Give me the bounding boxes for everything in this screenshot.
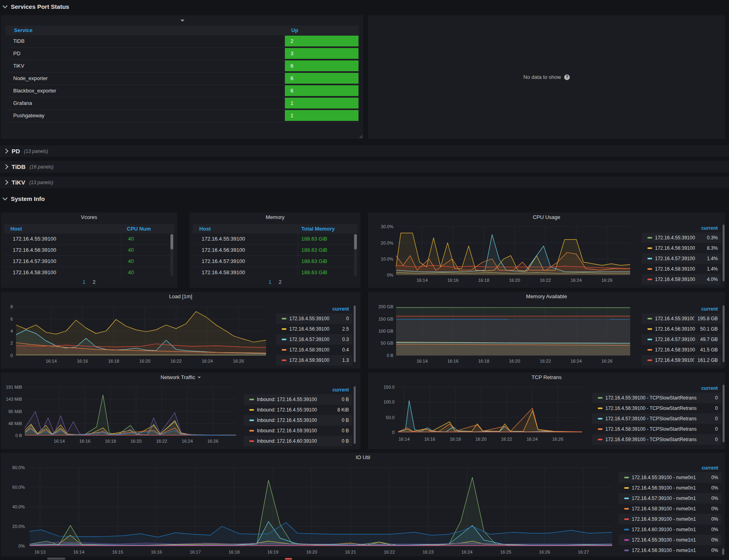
legend-value: 0 (715, 405, 718, 411)
series-color-dash (282, 318, 286, 319)
chart-plot: 80.0%60.0%40.0%20.0%0%16:1316:1416:1516:… (1, 453, 725, 556)
legend-item[interactable]: 172.16.4.57:3910049.7 GB (642, 334, 721, 345)
legend-item[interactable]: 172.16.4.56:39100 - nvme0n10% (619, 483, 721, 493)
svg-text:16:24: 16:24 (571, 278, 582, 283)
svg-text:16:24: 16:24 (527, 437, 538, 442)
legend-item[interactable]: 172.16.4.59:39100161.2 GB (642, 355, 721, 365)
legend-item[interactable]: Inbound: 172.16.4.55:391008 KiB (244, 405, 352, 415)
legend-item[interactable]: 172.16.4.55:391000 (276, 313, 352, 324)
services-port-status-panel: Service Up TiDB2PD3TiKV6Node_exporter6Bl… (1, 15, 363, 139)
row-header-services-port-status[interactable]: Services Port Status (0, 1, 69, 12)
row-header-tidb[interactable]: TiDB (16 panels) (0, 161, 729, 173)
column-header-host[interactable]: Host (199, 224, 211, 233)
legend-item[interactable]: 172.16.4.58:391001.4% (642, 264, 721, 274)
legend-item[interactable]: 172.16.4.59:391004.0% (642, 274, 721, 285)
legend-item[interactable]: 172.16.4.58:391000.4 (276, 345, 352, 355)
page-button[interactable]: 1 (82, 279, 85, 285)
legend-scrollbar[interactable] (354, 386, 356, 444)
legend-item[interactable]: Inbound: 172.16.4.59:391000 B (244, 426, 352, 436)
page-button[interactable]: 2 (93, 279, 96, 285)
table-row: 172.16.4.58:3910040 (4, 267, 174, 276)
legend-item[interactable]: 172.16.4.59:39100 - TCPSlowStartRetrans0 (592, 434, 721, 445)
scrollbar-thumb[interactable] (170, 234, 173, 249)
service-name-cell: TiKV (6, 63, 24, 69)
services-table-body: TiDB2PD3TiKV6Node_exporter6Blackbox_expo… (6, 35, 358, 122)
up-value-cell: 1 (285, 110, 358, 121)
legend-scrollbar[interactable] (723, 305, 725, 362)
series-color-dash (647, 328, 652, 330)
legend-item[interactable]: 172.16.4.56:3910050.1 GB (642, 324, 721, 334)
table-row: 172.16.4.55:39100188.63 GiB (193, 233, 357, 245)
column-header-host[interactable]: Host (10, 224, 22, 233)
svg-text:16:20: 16:20 (130, 439, 142, 444)
chevron-right-icon (3, 180, 8, 185)
legend-item[interactable]: 172.16.4.57:391001.4% (642, 253, 721, 264)
legend-scrollbar[interactable] (354, 305, 356, 362)
legend-item[interactable]: 172.16.4.55:39100 - nvme1n10% (619, 535, 721, 545)
legend-label: 172.16.4.55:39100 (655, 235, 704, 241)
legend-item[interactable]: 172.16.4.60:39100 - nvme0n10% (619, 524, 721, 535)
page-button[interactable]: 1 (268, 279, 271, 285)
legend-item[interactable]: 172.16.4.59:39100 - nvme0n10% (619, 514, 721, 524)
legend-item[interactable]: 172.16.4.58:39100 - TCPSlowStartRetrans0 (592, 424, 721, 434)
legend-item[interactable]: 172.16.4.55:39100 - TCPSlowStartRetrans0 (592, 393, 721, 403)
legend-item[interactable]: 172.16.4.55:39100195.8 GB (642, 313, 721, 324)
svg-text:16:22: 16:22 (156, 439, 167, 444)
legend-item[interactable]: Inbound: 172.16.4.55:391000 B (244, 394, 352, 405)
legend-item[interactable]: Inbound: 172.16.4.60:391000 B (244, 436, 352, 446)
legend-item[interactable]: 172.16.4.55:391000.3% (642, 233, 721, 243)
scrollbar-thumb[interactable] (354, 234, 357, 249)
legend-item[interactable]: 172.16.4.56:391002.5 (276, 324, 352, 334)
table-scrollbar[interactable] (170, 234, 173, 276)
up-value-cell: 6 (285, 60, 358, 71)
panel-title[interactable]: Memory (190, 214, 360, 221)
help-icon[interactable]: ? (564, 74, 570, 80)
svg-text:16:22: 16:22 (540, 278, 551, 283)
legend-label: 172.16.4.57:39100 (655, 256, 704, 261)
legend-label: 172.16.4.55:39100 - TCPSlowStartRetrans (605, 395, 712, 401)
legend-label: Inbound: 172.16.4.59:39100 (257, 428, 338, 434)
table-scrollbar[interactable] (354, 234, 357, 276)
legend-item[interactable]: 172.16.4.58:39100 - nvme0n10% (619, 504, 721, 514)
series-color-dash (647, 359, 652, 361)
legend-item[interactable]: 172.16.4.57:391000.3 (276, 334, 352, 345)
row-header-system-info[interactable]: System Info (0, 193, 45, 204)
legend-item[interactable]: 172.16.4.57:39100 - nvme0n10% (619, 493, 721, 504)
chart-legend: current172.16.4.55:391000172.16.4.56:391… (276, 305, 352, 365)
legend-item[interactable]: 172.16.4.59:391001.3 (276, 355, 352, 365)
svg-text:16:14: 16:14 (417, 359, 428, 363)
legend-item[interactable]: 172.16.4.55:39100 - nvme0n10% (619, 472, 721, 483)
legend-item[interactable]: Inbound: 172.16.4.55:391000 B (244, 415, 352, 426)
svg-text:16:20: 16:20 (509, 359, 520, 363)
panel-title[interactable]: Vcores (1, 214, 177, 221)
legend-item[interactable]: 172.16.4.56:39100 - nvme1n10% (619, 545, 721, 556)
column-header-up[interactable]: Up (291, 26, 298, 35)
svg-text:20.0%: 20.0% (381, 241, 393, 245)
svg-text:16:18: 16:18 (108, 359, 119, 363)
legend-item[interactable]: 172.16.4.57:39100 - TCPSlowStartRetrans0 (592, 413, 721, 424)
column-header-total-memory[interactable]: Total Memory (301, 224, 335, 233)
svg-text:100 GB: 100 GB (379, 329, 393, 333)
legend-value: 0 B (342, 428, 349, 434)
column-header-service[interactable]: Service (14, 26, 32, 35)
legend-item[interactable]: 172.16.4.58:3910041.5 GB (642, 345, 721, 355)
column-header-cpu-num[interactable]: CPU Num (127, 224, 151, 233)
svg-text:16:20: 16:20 (509, 278, 520, 283)
row-header-pd[interactable]: PD (13 panels) (0, 145, 729, 157)
svg-text:16:26: 16:26 (601, 278, 613, 283)
legend-label: 172.16.4.58:39100 - nvme0n1 (632, 506, 708, 512)
legend-value: 0.4 (342, 347, 349, 353)
dropdown-caret-icon[interactable] (180, 20, 184, 22)
legend-scrollbar[interactable] (723, 385, 725, 442)
panel-resize-handle[interactable] (359, 134, 362, 138)
series-color-dash (598, 439, 603, 440)
legend-item[interactable]: 172.16.4.56:391008.3% (642, 243, 721, 253)
host-cell: 172.16.4.57:39100 (193, 256, 245, 267)
svg-text:143 MiB: 143 MiB (6, 397, 22, 401)
page-button[interactable]: 2 (279, 279, 282, 285)
legend-scrollbar[interactable] (722, 548, 724, 555)
row-header-tikv[interactable]: TiKV (13 panels) (0, 177, 729, 188)
legend-label: Inbound: 172.16.4.55:39100 (257, 407, 334, 413)
legend-item[interactable]: 172.16.4.56:39100 - TCPSlowStartRetrans0 (592, 403, 721, 413)
legend-scrollbar[interactable] (723, 225, 725, 281)
